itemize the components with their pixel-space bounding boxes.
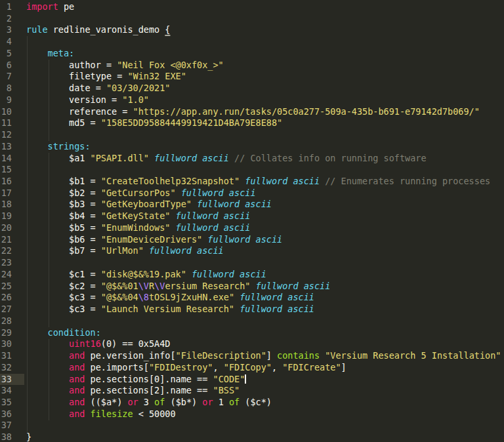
code-line[interactable]: 19 $b4 = "GetKeyState" fullword ascii: [0, 211, 504, 222]
code-text: $c3 = "@$&%04\8tOSL9jZxuHN.exe" fullword…: [24, 292, 504, 304]
token-pl: [85, 409, 90, 419]
line-number[interactable]: 25: [0, 281, 24, 292]
active-line-number[interactable]: 33: [0, 374, 24, 386]
line-number[interactable]: 2: [0, 13, 24, 25]
code-line[interactable]: 14 $a1 "PSAPI.dll" fullword ascii // Col…: [0, 153, 504, 165]
line-number[interactable]: 38: [0, 432, 24, 442]
code-line[interactable]: 29 condition:: [0, 327, 504, 339]
token-str: tOSL9jZxuHN.exe": [149, 292, 234, 302]
code-text: [24, 13, 504, 25]
code-line[interactable]: 32 and pe.imports["FDIDestroy", "FDICopy…: [0, 362, 504, 374]
token-pl: date =: [26, 83, 106, 93]
code-line[interactable]: 38}: [0, 432, 504, 442]
token-pl: [26, 338, 69, 349]
token-pl: [320, 350, 325, 361]
token-pl: ]: [341, 362, 346, 372]
code-line[interactable]: 30 uint16(0) == 0x5A4D: [0, 338, 504, 350]
line-number[interactable]: 31: [0, 350, 24, 362]
line-number[interactable]: 11: [0, 117, 24, 129]
line-number[interactable]: 24: [0, 269, 24, 281]
token-pl: (($a*): [85, 397, 127, 407]
line-number[interactable]: 3: [0, 24, 24, 36]
code-text: rule redline_varonis_demo {: [24, 24, 504, 36]
token-pl: [26, 362, 69, 372]
line-number[interactable]: 19: [0, 211, 24, 222]
code-editor[interactable]: 1import pe23rule redline_varonis_demo {4…: [0, 0, 504, 442]
line-number[interactable]: 13: [0, 141, 24, 153]
line-number[interactable]: 1: [0, 1, 24, 13]
code-line[interactable]: 9 version = "1.0": [0, 94, 504, 106]
code-line[interactable]: 16 $b1 = "CreateToolhelp32Snapshot" full…: [0, 176, 504, 188]
code-line[interactable]: 12: [0, 129, 504, 141]
code-text: $c1 = "disk@$&%19.pak" fullword ascii: [24, 269, 504, 281]
line-number[interactable]: 12: [0, 129, 24, 141]
line-number[interactable]: 14: [0, 153, 24, 165]
line-number[interactable]: 8: [0, 83, 24, 94]
line-number[interactable]: 29: [0, 327, 24, 339]
code-line[interactable]: 10 reference = "https://app.any.run/task…: [0, 106, 504, 118]
token-cm: // Enumerates running processes: [320, 176, 490, 186]
token-str: ersium Research": [165, 281, 250, 291]
code-line[interactable]: 33 and pe.sections[0].name == "CODE": [0, 374, 504, 386]
token-str: "Launch Versium Research": [101, 304, 234, 314]
token-esc: \V: [138, 281, 149, 291]
line-number[interactable]: 35: [0, 397, 24, 409]
token-mod: fullword ascii: [186, 269, 266, 279]
code-line[interactable]: 20 $b5 = "EnumWindows" fullword ascii: [0, 222, 504, 234]
code-line[interactable]: 36 and filesize < 50000: [0, 409, 504, 420]
code-line[interactable]: 21 $b6 = "EnumDeviceDrivers" fullword as…: [0, 234, 504, 246]
code-line[interactable]: 25 $c2 = "@$&%01\VR\Versium Research" fu…: [0, 281, 504, 292]
code-line[interactable]: 7 filetype = "Win32 EXE": [0, 71, 504, 83]
line-number[interactable]: 15: [0, 164, 24, 176]
line-number[interactable]: 6: [0, 60, 24, 71]
token-pl: filetype =: [26, 71, 127, 81]
code-line[interactable]: 5 meta:: [0, 48, 504, 60]
code-line[interactable]: 31 and pe.version_info["FileDescription"…: [0, 350, 504, 362]
code-line[interactable]: 6 author = "Neil Fox <@0xf0x_>": [0, 60, 504, 71]
line-number[interactable]: 32: [0, 362, 24, 374]
line-number[interactable]: 7: [0, 71, 24, 83]
token-mod: fullword ascii: [170, 211, 250, 221]
code-line[interactable]: 18 $b3 = "GetKeyboardType" fullword asci…: [0, 199, 504, 211]
code-line[interactable]: 22 $b7 = "UrlMon" fullword ascii: [0, 245, 504, 257]
line-number[interactable]: 16: [0, 176, 24, 188]
line-number[interactable]: 5: [0, 48, 24, 60]
line-number[interactable]: 18: [0, 199, 24, 211]
line-number[interactable]: 28: [0, 315, 24, 327]
line-number[interactable]: 27: [0, 304, 24, 315]
token-str: R: [149, 281, 154, 291]
line-number[interactable]: 30: [0, 338, 24, 350]
token-pl: ]: [266, 350, 277, 361]
line-number[interactable]: 36: [0, 409, 24, 420]
line-number[interactable]: 10: [0, 106, 24, 118]
code-line[interactable]: 37: [0, 420, 504, 432]
line-number[interactable]: 26: [0, 292, 24, 304]
code-line[interactable]: 15: [0, 164, 504, 176]
code-line[interactable]: 8 date = "03/30/2021": [0, 83, 504, 94]
code-line[interactable]: 17 $b2 = "GetCursorPos" fullword ascii: [0, 188, 504, 199]
code-line[interactable]: 3rule redline_varonis_demo {: [0, 24, 504, 36]
line-number[interactable]: 34: [0, 385, 24, 397]
code-line[interactable]: 24 $c1 = "disk@$&%19.pak" fullword ascii: [0, 269, 504, 281]
line-number[interactable]: 37: [0, 420, 24, 432]
line-number[interactable]: 21: [0, 234, 24, 246]
code-line[interactable]: 34 and pe.sections[2].name == "BSS": [0, 385, 504, 397]
code-line[interactable]: 27 $c3 = "Launch Versium Research" fullw…: [0, 304, 504, 315]
code-line[interactable]: 4: [0, 36, 504, 48]
line-number[interactable]: 20: [0, 222, 24, 234]
line-number[interactable]: 9: [0, 94, 24, 106]
token-str: "EnumWindows": [101, 222, 171, 233]
code-line[interactable]: 35 and (($a*) or 3 of ($b*) or 1 of ($c*…: [0, 397, 504, 409]
code-line[interactable]: 26 $c3 = "@$&%04\8tOSL9jZxuHN.exe" fullw…: [0, 292, 504, 304]
code-line[interactable]: 28: [0, 315, 504, 327]
code-line[interactable]: 23: [0, 257, 504, 269]
line-number[interactable]: 4: [0, 36, 24, 48]
code-line[interactable]: 13 strings:: [0, 141, 504, 153]
code-text: and pe.sections[2].name == "BSS": [24, 385, 504, 397]
code-line[interactable]: 2: [0, 13, 504, 25]
line-number[interactable]: 17: [0, 188, 24, 199]
code-line[interactable]: 1import pe: [0, 1, 504, 13]
line-number[interactable]: 23: [0, 257, 24, 269]
code-line[interactable]: 11 md5 = "158E5DD95884449919421D4BA79E8E…: [0, 117, 504, 129]
line-number[interactable]: 22: [0, 245, 24, 257]
